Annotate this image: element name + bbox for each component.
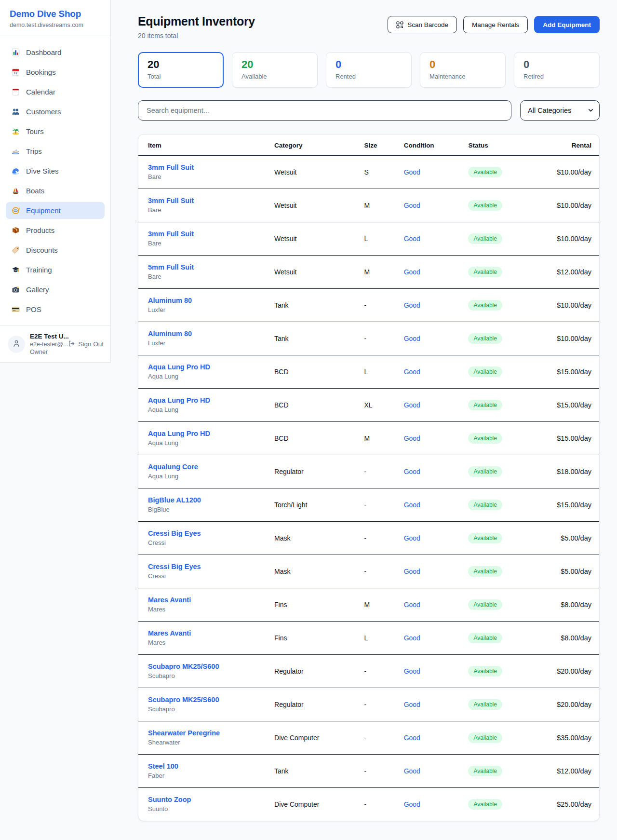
sidebar-nav: Dashboard17BookingsCalendarCustomersTour… [0,36,110,325]
sidebar-item-pos[interactable]: POS [6,301,105,318]
brand-title[interactable]: Demo Dive Shop [10,9,101,19]
stat-card-retired[interactable]: 0Retired [514,52,600,88]
item-size: - [364,787,403,821]
sidebar-item-dashboard[interactable]: Dashboard [6,44,105,61]
condition-link[interactable]: Good [404,301,420,309]
stat-card-maintenance[interactable]: 0Maintenance [420,52,506,88]
sidebar-item-calendar[interactable]: Calendar [6,83,105,100]
item-link[interactable]: Scubapro MK25/S600 [148,663,219,670]
sidebar-item-label: Equipment [26,206,61,215]
condition-link[interactable]: Good [404,767,420,775]
sign-out-button[interactable]: Sign Out [68,340,104,349]
table-row: Cressi Big EyesCressiMask-GoodAvailable$… [138,521,599,555]
item-link[interactable]: Scubapro MK25/S600 [148,696,219,704]
header-actions: Scan Barcode Manage Rentals Add Equipmen… [388,16,600,33]
condition-link[interactable]: Good [404,501,420,509]
condition-link[interactable]: Good [404,235,420,243]
sidebar-item-equipment[interactable]: Equipment [6,202,105,219]
item-size: XL [364,388,403,421]
rental-rate: $8.00/day [543,621,599,654]
condition-link[interactable]: Good [404,601,420,609]
table-row: Steel 100FaberTank-GoodAvailable$12.00/d… [138,754,599,787]
sidebar-item-products[interactable]: Products [6,222,105,239]
item-link[interactable]: 5mm Full Suit [148,263,194,271]
item-link[interactable]: Cressi Big Eyes [148,563,201,570]
sidebar-item-gallery[interactable]: Gallery [6,281,105,298]
stat-card-total[interactable]: 20Total [138,52,224,88]
item-link[interactable]: Shearwater Peregrine [148,729,220,737]
manage-rentals-button[interactable]: Manage Rentals [463,16,528,33]
wave-icon [12,167,20,175]
user-name: E2E Test U... [30,333,63,340]
table-row: Aluminum 80LuxferTank-GoodAvailable$10.0… [138,322,599,355]
item-link[interactable]: Cressi Big Eyes [148,529,201,537]
stat-label: Available [241,73,308,80]
sidebar-item-discounts[interactable]: Discounts [6,242,105,258]
condition-link[interactable]: Good [404,667,420,675]
condition-link[interactable]: Good [404,800,420,808]
sidebar-item-trips[interactable]: Trips [6,143,105,160]
condition-link[interactable]: Good [404,335,420,342]
tag-icon [12,246,20,254]
condition-link[interactable]: Good [404,734,420,742]
item-link[interactable]: Aluminum 80 [148,297,192,304]
sidebar-item-training[interactable]: Training [6,261,105,278]
stat-label: Rented [335,73,402,80]
stat-card-available[interactable]: 20Available [232,52,318,88]
condition-link[interactable]: Good [404,202,420,209]
condition-link[interactable]: Good [404,701,420,708]
stat-card-rented[interactable]: 0Rented [326,52,412,88]
sailboat-icon [12,187,20,195]
condition-link[interactable]: Good [404,568,420,575]
item-link[interactable]: 3mm Full Suit [148,163,194,171]
item-size: - [364,654,403,688]
item-link[interactable]: Suunto Zoop [148,796,191,803]
condition-link[interactable]: Good [404,168,420,176]
item-link[interactable]: Aqualung Core [148,463,198,471]
sidebar-item-dive-sites[interactable]: Dive Sites [6,163,105,179]
sidebar-item-boats[interactable]: Boats [6,182,105,199]
item-link[interactable]: Mares Avanti [148,629,191,637]
stat-label: Retired [523,73,590,80]
table-row: Aluminum 80LuxferTank-GoodAvailable$10.0… [138,288,599,322]
sidebar-item-bookings[interactable]: 17Bookings [6,64,105,81]
item-size: - [364,754,403,787]
condition-link[interactable]: Good [404,268,420,276]
add-equipment-button[interactable]: Add Equipment [534,16,600,33]
status-badge: Available [468,633,502,643]
status-badge: Available [468,566,502,577]
condition-link[interactable]: Good [404,434,420,442]
condition-link[interactable]: Good [404,468,420,475]
item-link[interactable]: Mares Avanti [148,596,191,604]
item-link[interactable]: 3mm Full Suit [148,230,194,238]
item-size: M [364,255,403,288]
item-link[interactable]: Aqua Lung Pro HD [148,430,210,437]
status-badge: Available [468,599,502,610]
item-link[interactable]: Aqua Lung Pro HD [148,396,210,404]
status-badge: Available [468,333,502,344]
scan-barcode-button[interactable]: Scan Barcode [388,16,457,33]
rental-rate: $5.00/day [543,555,599,588]
item-link[interactable]: Aqua Lung Pro HD [148,363,210,371]
item-size: - [364,521,403,555]
condition-link[interactable]: Good [404,401,420,409]
table-row: Scubapro MK25/S600ScubaproRegulator-Good… [138,688,599,721]
item-category: Tank [274,754,364,787]
status-badge: Available [468,699,502,710]
condition-link[interactable]: Good [404,534,420,542]
sidebar-item-tours[interactable]: Tours [6,123,105,140]
condition-link[interactable]: Good [404,368,420,376]
sidebar-item-customers[interactable]: Customers [6,103,105,120]
condition-link[interactable]: Good [404,634,420,642]
item-link[interactable]: Aluminum 80 [148,330,192,338]
user-section: E2E Test U... e2e-tester@... Owner Sign … [0,325,110,362]
category-select[interactable]: All Categories [520,100,600,121]
search-input[interactable] [138,100,511,121]
item-link[interactable]: Steel 100 [148,762,178,770]
item-link[interactable]: 3mm Full Suit [148,197,194,204]
stat-value: 0 [335,59,402,70]
status-badge: Available [468,732,502,743]
item-link[interactable]: BigBlue AL1200 [148,496,201,504]
avatar [8,336,25,353]
stat-value: 20 [148,59,214,70]
